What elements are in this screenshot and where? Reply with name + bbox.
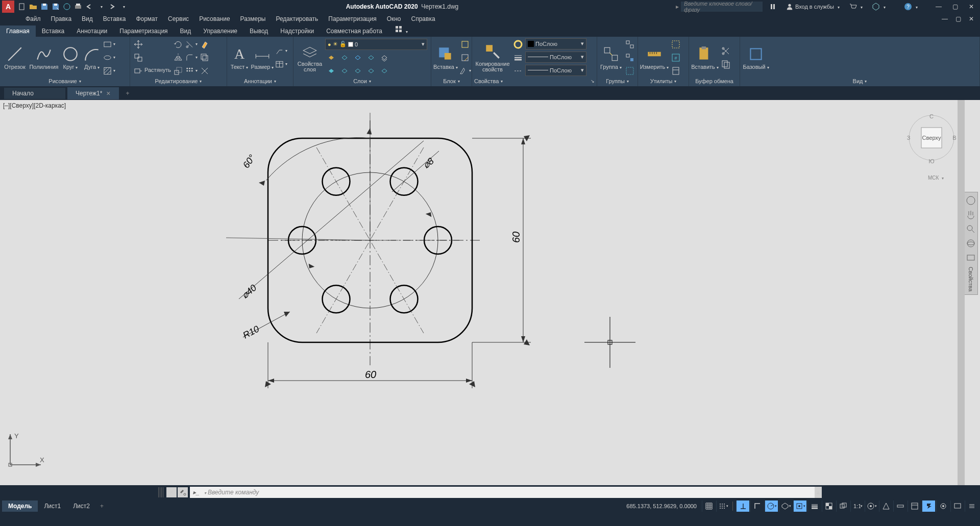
ribbon-tab-manage[interactable]: Управление [197, 26, 243, 37]
help-icon[interactable]: ? [901, 3, 921, 11]
close-tab-icon[interactable]: × [106, 89, 110, 97]
layout2-tab[interactable]: Лист2 [67, 500, 96, 512]
ribbon-tab-home[interactable]: Главная [0, 26, 36, 37]
cart-icon[interactable] [846, 3, 866, 11]
calculator-button[interactable] [670, 65, 682, 77]
ribbon-tab-parametric[interactable]: Параметризация [113, 26, 174, 37]
cmd-close-button[interactable]: × [166, 487, 177, 497]
layer-dropdown[interactable]: ● ☀ 🔓 0 ▾ [325, 39, 427, 50]
infer-toggle[interactable] [736, 500, 749, 512]
copy-button[interactable] [132, 52, 144, 64]
erase-button[interactable] [199, 38, 211, 51]
layer-make-button[interactable] [378, 51, 390, 63]
navigation-bar[interactable]: Свойства [964, 192, 978, 295]
rectangle-button[interactable] [103, 38, 115, 51]
viewport-label[interactable]: [–][Сверху][2D-каркас] [3, 102, 66, 109]
qat-undo-icon[interactable] [84, 1, 95, 12]
linetype-dropdown[interactable]: ПоСлою▾ [525, 65, 586, 76]
menu-insert[interactable]: Вставка [98, 14, 131, 23]
cmd-history-button[interactable]: ▴ [815, 487, 822, 498]
qat-web-icon[interactable] [61, 1, 72, 12]
qat-plot-icon[interactable] [72, 1, 84, 12]
match-properties-button[interactable]: Копирование свойств [474, 41, 511, 74]
osnap-toggle[interactable]: ▾ [793, 500, 806, 512]
add-tab-button[interactable]: + [121, 88, 135, 99]
line-button[interactable]: Отрезок [2, 43, 28, 72]
block-attr-button[interactable] [459, 65, 471, 77]
move-button[interactable] [132, 38, 144, 51]
circle-button[interactable]: Круг [60, 43, 81, 72]
scale-button[interactable] [172, 65, 184, 77]
select-all-button[interactable] [670, 38, 682, 51]
qat-redo-dropdown[interactable] [117, 1, 129, 12]
units-button[interactable] [893, 500, 906, 512]
menu-edit[interactable]: Правка [46, 14, 77, 23]
qat-open-icon[interactable] [28, 1, 39, 12]
coordinates-display[interactable]: 685.1373, 512.9629, 0.0000 [622, 503, 701, 509]
doc-minimize-button[interactable]: — [938, 14, 951, 24]
search-input[interactable]: Введите ключевое слово/фразу [681, 2, 763, 12]
grid-toggle[interactable] [702, 500, 715, 512]
ribbon-tab-output[interactable]: Вывод [243, 26, 274, 37]
transparency-toggle[interactable] [822, 500, 835, 512]
cut-button[interactable] [720, 45, 732, 57]
lineweight-toggle[interactable] [807, 500, 821, 512]
leader-button[interactable] [275, 45, 287, 57]
group-select-button[interactable] [624, 65, 636, 77]
close-button[interactable]: ✕ [965, 2, 978, 12]
ungroup-button[interactable] [624, 38, 636, 51]
menu-view[interactable]: Вид [77, 14, 98, 23]
qat-new-icon[interactable] [16, 1, 28, 12]
showmotion-icon[interactable] [966, 253, 976, 263]
copy-clip-button[interactable] [720, 58, 732, 70]
viewcube[interactable]: Сверху С Ю В З МСК ▾ [903, 107, 960, 185]
qat-undo-dropdown[interactable] [95, 1, 106, 12]
menu-parametric[interactable]: Параметризация [323, 14, 381, 23]
menu-draw[interactable]: Рисование [194, 14, 235, 23]
polar-toggle[interactable]: ▾ [765, 500, 778, 512]
menu-file[interactable]: Файл [20, 14, 46, 23]
qat-save-icon[interactable] [39, 1, 50, 12]
doc-tab-file[interactable]: Чертеж1*× [67, 87, 119, 99]
linetype-icon[interactable] [512, 65, 524, 77]
annotation-monitor-toggle[interactable] [879, 500, 892, 512]
rotate-button[interactable] [172, 38, 184, 51]
paste-button[interactable]: Вставить [691, 43, 719, 72]
mirror-button[interactable] [172, 52, 184, 64]
annotation-scale-button[interactable]: 1:1▾ [850, 500, 864, 512]
maximize-button[interactable]: ▢ [948, 2, 962, 12]
ribbon-tab-insert[interactable]: Вставка [36, 26, 71, 37]
table-button[interactable] [275, 58, 287, 70]
menu-dimension[interactable]: Размеры [235, 14, 271, 23]
layer-properties-button[interactable]: Свойства слоя [296, 41, 324, 74]
doc-restore-button[interactable]: ▢ [951, 14, 965, 24]
menu-format[interactable]: Формат [131, 14, 163, 23]
menu-help[interactable]: Справка [406, 14, 440, 23]
layer-thaw-button[interactable] [352, 64, 364, 77]
layer-match-button[interactable] [325, 64, 337, 77]
ellipse-button[interactable] [103, 52, 115, 64]
polyline-button[interactable]: Полилиния [29, 43, 59, 72]
nav-wheel-icon[interactable] [966, 195, 976, 206]
base-view-button[interactable]: Базовый [742, 43, 770, 72]
properties-palette-label[interactable]: Свойства [968, 267, 974, 291]
ribbon-tab-view[interactable]: Вид [174, 26, 198, 37]
ribbon-tab-featured[interactable] [388, 23, 414, 37]
insert-block-button[interactable]: Вставка [433, 43, 458, 72]
text-button[interactable]: A Текст [229, 43, 250, 72]
block-edit-button[interactable] [459, 52, 471, 64]
layer-lock-button[interactable] [365, 51, 377, 63]
trim-button[interactable] [185, 38, 198, 51]
customize-status-button[interactable] [965, 500, 978, 512]
isodraft-toggle[interactable]: ▾ [779, 500, 792, 512]
workspace-switch-button[interactable]: ▾ [865, 500, 878, 512]
group-button[interactable]: Группа [599, 43, 623, 72]
app-icon[interactable] [869, 3, 889, 11]
ribbon-tab-collaborate[interactable]: Совместная работа [320, 26, 388, 37]
hatch-button[interactable] [103, 65, 115, 77]
menu-modify[interactable]: Редактировать [271, 14, 323, 23]
fillet-button[interactable] [185, 52, 198, 64]
drawing-area[interactable]: [–][Сверху][2D-каркас] 60° [0, 100, 980, 485]
layer-iso-button[interactable] [338, 51, 351, 63]
lineweight-dropdown[interactable]: ПоСлою▾ [525, 52, 586, 63]
